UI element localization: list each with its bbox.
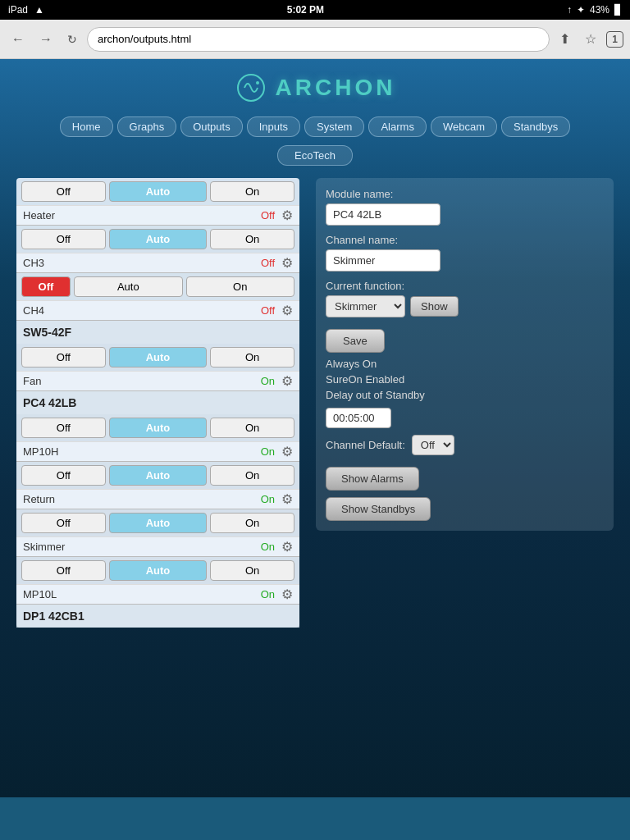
nav-standbys[interactable]: Standbys	[501, 116, 570, 137]
return-gear-icon[interactable]: ⚙	[281, 491, 293, 507]
nav-graphs[interactable]: Graphs	[117, 116, 177, 137]
nav-home[interactable]: Home	[60, 116, 113, 137]
skimmer-gear-icon[interactable]: ⚙	[281, 539, 293, 555]
return-status: On	[261, 493, 275, 505]
fan-off-button[interactable]: Off	[21, 347, 106, 368]
show-alarms-button[interactable]: Show Alarms	[326, 467, 419, 491]
svg-point-1	[256, 81, 259, 84]
ch4-off-button[interactable]: Off	[21, 276, 71, 297]
delay-time-input[interactable]	[326, 408, 391, 428]
fan-gear-icon[interactable]: ⚙	[281, 373, 293, 389]
logo-area: ARCHON	[16, 71, 614, 104]
ch3-gear-icon[interactable]: ⚙	[281, 255, 293, 271]
mp10h-control-row: Off Auto On	[16, 414, 299, 441]
mp10l-off-button[interactable]: Off	[21, 560, 106, 581]
bluetooth-icon: ✦	[577, 4, 585, 16]
mp10l-on-button[interactable]: On	[210, 560, 294, 581]
mp10l-gear-icon[interactable]: ⚙	[281, 587, 293, 602]
ch3-on-button[interactable]: On	[210, 229, 294, 249]
heater-off-button[interactable]: Off	[21, 181, 106, 202]
return-control-row: Off Auto On	[16, 462, 299, 489]
forward-button[interactable]: →	[34, 29, 57, 50]
share-button[interactable]: ⬆	[555, 28, 575, 50]
ch3-off-button[interactable]: Off	[21, 229, 106, 249]
status-bar: iPad ▲ 5:02 PM ↑ ✦ 43% ▊	[0, 0, 630, 20]
signal-icon: ↑	[567, 4, 572, 16]
carrier-label: iPad	[8, 4, 28, 16]
nav-system[interactable]: System	[304, 116, 364, 137]
channel-block-heater: Off Auto On Heater Off ⚙	[16, 178, 299, 226]
heater-status: Off	[261, 209, 275, 221]
skimmer-status: On	[261, 541, 275, 553]
status-right: ↑ ✦ 43% ▊	[567, 4, 622, 16]
return-name-row: Return On ⚙	[16, 489, 299, 509]
channel-default-select[interactable]: Off On	[412, 435, 454, 455]
ch4-gear-icon[interactable]: ⚙	[281, 303, 293, 318]
skimmer-auto-button[interactable]: Auto	[109, 513, 208, 533]
status-left: iPad ▲	[8, 4, 44, 16]
fan-auto-button[interactable]: Auto	[109, 347, 208, 368]
ch3-control-row: Off Auto On	[16, 226, 299, 253]
heater-auto-button[interactable]: Auto	[109, 181, 208, 202]
channel-block-skimmer: Off Auto On Skimmer On ⚙	[16, 509, 299, 557]
refresh-button[interactable]: ↻	[62, 30, 82, 49]
nav-inputs[interactable]: Inputs	[247, 116, 300, 137]
logo-text: ARCHON	[276, 75, 396, 101]
fan-control-row: Off Auto On	[16, 344, 299, 371]
mp10l-channel-name: MP10L	[23, 588, 257, 600]
mp10h-auto-button[interactable]: Auto	[109, 418, 208, 438]
return-auto-button[interactable]: Auto	[109, 465, 208, 486]
mp10l-control-row: Off Auto On	[16, 557, 299, 584]
ch4-name-row: CH4 Off ⚙	[16, 300, 299, 320]
channel-name-input[interactable]	[326, 249, 441, 272]
mp10h-status: On	[261, 445, 275, 458]
detail-card: Module name: Channel name: Current funct…	[316, 178, 614, 531]
ecotech-button[interactable]: EcoTech	[277, 145, 353, 166]
skimmer-name-row: Skimmer On ⚙	[16, 536, 299, 556]
fan-status: On	[261, 375, 275, 387]
mp10h-name-row: MP10H On ⚙	[16, 441, 299, 461]
url-input[interactable]	[87, 27, 550, 52]
return-off-button[interactable]: Off	[21, 465, 106, 486]
save-button[interactable]: Save	[326, 329, 385, 353]
pc442lb-section-header: PC4 42LB	[16, 391, 299, 414]
show-standbys-button[interactable]: Show Standbys	[326, 497, 431, 521]
channel-name-label: Channel name:	[326, 234, 604, 246]
mp10h-channel-name: MP10H	[23, 445, 257, 458]
bookmark-button[interactable]: ☆	[580, 28, 601, 50]
battery-label: 43%	[590, 4, 609, 16]
nav-webcam[interactable]: Webcam	[431, 116, 497, 137]
ch4-on-button[interactable]: On	[186, 276, 295, 297]
ch3-auto-button[interactable]: Auto	[109, 229, 208, 249]
skimmer-channel-name: Skimmer	[23, 541, 257, 553]
mp10h-on-button[interactable]: On	[210, 418, 294, 438]
return-on-button[interactable]: On	[210, 465, 294, 486]
time-display: 5:02 PM	[287, 4, 324, 16]
back-button[interactable]: ←	[7, 29, 30, 50]
skimmer-on-button[interactable]: On	[210, 513, 294, 533]
fan-on-button[interactable]: On	[210, 347, 294, 368]
channel-block-return: Off Auto On Return On ⚙	[16, 462, 299, 509]
heater-on-button[interactable]: On	[210, 181, 294, 202]
ch3-name-row: CH3 Off ⚙	[16, 253, 299, 272]
skimmer-control-row: Off Auto On	[16, 509, 299, 536]
ch4-status: Off	[261, 304, 275, 317]
mp10l-auto-button[interactable]: Auto	[109, 560, 208, 581]
nav-alarms[interactable]: Alarms	[368, 116, 426, 137]
module-name-input[interactable]	[326, 203, 441, 226]
sureon-text: SureOn Enabled	[326, 373, 604, 386]
show-function-button[interactable]: Show	[410, 296, 459, 317]
tab-count[interactable]: 1	[606, 31, 623, 48]
browser-bar: ← → ↻ ⬆ ☆ 1	[0, 20, 630, 59]
mp10h-gear-icon[interactable]: ⚙	[281, 444, 293, 459]
skimmer-off-button[interactable]: Off	[21, 513, 106, 533]
heater-gear-icon[interactable]: ⚙	[281, 208, 293, 223]
heater-name-row: Heater Off ⚙	[16, 205, 299, 225]
mp10h-off-button[interactable]: Off	[21, 418, 106, 438]
ch4-auto-button[interactable]: Auto	[74, 276, 183, 297]
right-panel: Module name: Channel name: Current funct…	[316, 178, 614, 531]
mp10l-name-row: MP10L On ⚙	[16, 584, 299, 604]
channel-block-ch4: Off Auto On CH4 Off ⚙	[16, 273, 299, 321]
function-select[interactable]: Skimmer Always On Timer	[326, 295, 405, 317]
nav-outputs[interactable]: Outputs	[180, 116, 243, 137]
